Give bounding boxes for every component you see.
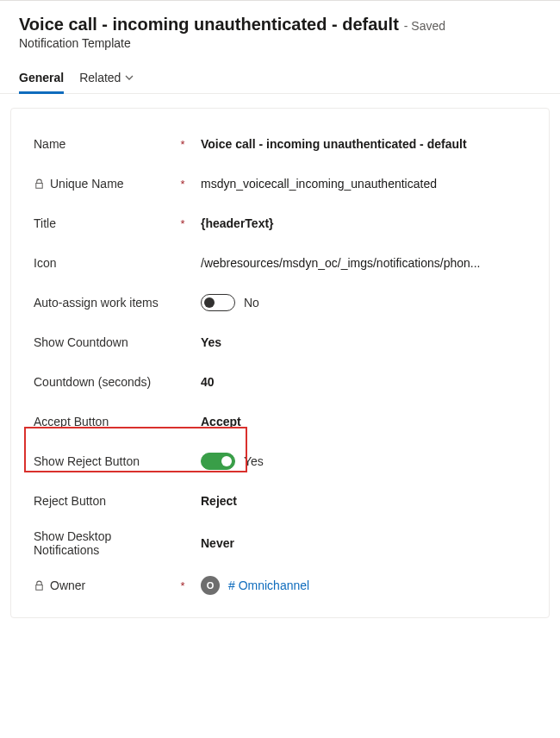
lock-icon: [34, 178, 45, 190]
tab-list: General Related: [0, 66, 560, 94]
row-countdown[interactable]: Countdown (seconds) 40: [34, 362, 526, 402]
page-subtitle: Notification Template: [19, 36, 541, 50]
row-auto-assign: Auto-assign work items No: [34, 283, 526, 322]
value-unique-name-text: msdyn_voicecall_incoming_unauthenticated: [201, 177, 437, 191]
label-show-reject-text: Show Reject Button: [34, 454, 140, 468]
label-unique-name: Unique Name *: [34, 177, 194, 191]
required-marker: *: [178, 178, 187, 191]
lock-icon: [34, 580, 45, 591]
value-icon[interactable]: /webresources/msdyn_oc/_imgs/notificatio…: [194, 256, 526, 270]
label-accept-button: Accept Button: [34, 415, 194, 428]
value-owner[interactable]: O # Omnichannel: [194, 576, 526, 595]
value-show-desktop[interactable]: Never: [194, 536, 526, 550]
value-accept-button-text: Accept: [201, 415, 241, 428]
toggle-auto-assign[interactable]: [201, 294, 235, 311]
tab-related-label: Related: [79, 71, 121, 84]
row-show-reject: Show Reject Button Yes: [34, 441, 526, 481]
required-marker: *: [178, 579, 187, 592]
toggle-show-reject-label: Yes: [244, 454, 264, 468]
value-countdown-text: 40: [201, 375, 215, 389]
title-row: Voice call - incoming unauthenticated - …: [19, 15, 541, 34]
row-show-countdown[interactable]: Show Countdown Yes: [34, 322, 526, 362]
row-reject-button[interactable]: Reject Button Reject: [34, 481, 526, 521]
label-owner-text: Owner: [50, 579, 85, 592]
value-icon-text: /webresources/msdyn_oc/_imgs/notificatio…: [201, 256, 481, 270]
label-countdown-text: Countdown (seconds): [34, 375, 151, 389]
label-auto-assign: Auto-assign work items: [34, 296, 194, 310]
label-accept-button-text: Accept Button: [34, 415, 109, 428]
value-auto-assign: No: [194, 294, 526, 311]
value-title-text: {headerText}: [201, 216, 274, 230]
value-show-countdown[interactable]: Yes: [194, 335, 526, 349]
value-show-reject: Yes: [194, 453, 526, 470]
page-header: Voice call - incoming unauthenticated - …: [0, 1, 560, 50]
label-show-countdown-text: Show Countdown: [34, 335, 128, 349]
value-name-text: Voice call - incoming unauthenticated - …: [201, 137, 467, 151]
required-marker: *: [178, 217, 187, 230]
label-countdown: Countdown (seconds): [34, 375, 194, 389]
required-marker: *: [178, 138, 187, 151]
value-countdown[interactable]: 40: [194, 375, 526, 389]
value-unique-name: msdyn_voicecall_incoming_unauthenticated: [194, 177, 526, 191]
tab-related[interactable]: Related: [79, 66, 134, 94]
label-title-text: Title: [34, 216, 56, 230]
saved-status: - Saved: [404, 19, 445, 33]
row-owner[interactable]: Owner * O # Omnichannel: [34, 566, 526, 605]
label-reject-button: Reject Button: [34, 494, 194, 508]
value-accept-button[interactable]: Accept: [194, 415, 526, 428]
row-show-desktop[interactable]: Show Desktop Notifications Never: [34, 521, 526, 566]
label-icon: Icon: [34, 256, 194, 270]
toggle-show-reject[interactable]: [201, 453, 235, 470]
label-show-desktop: Show Desktop Notifications: [34, 529, 194, 557]
value-reject-button-text: Reject: [201, 494, 237, 508]
row-name[interactable]: Name * Voice call - incoming unauthentic…: [34, 124, 526, 164]
form-card: Name * Voice call - incoming unauthentic…: [10, 108, 550, 618]
value-show-countdown-text: Yes: [201, 335, 221, 349]
row-icon[interactable]: Icon /webresources/msdyn_oc/_imgs/notifi…: [34, 243, 526, 283]
value-reject-button[interactable]: Reject: [194, 494, 526, 508]
row-accept-button[interactable]: Accept Button Accept: [34, 402, 526, 441]
tab-general[interactable]: General: [19, 66, 64, 94]
row-title[interactable]: Title * {headerText}: [34, 203, 526, 243]
value-show-desktop-text: Never: [201, 536, 234, 550]
label-icon-text: Icon: [34, 256, 56, 270]
row-unique-name[interactable]: Unique Name * msdyn_voicecall_incoming_u…: [34, 164, 526, 203]
label-auto-assign-text: Auto-assign work items: [34, 296, 159, 310]
page-container: Voice call - incoming unauthenticated - …: [0, 0, 560, 738]
label-unique-name-text: Unique Name: [50, 177, 124, 191]
label-name: Name *: [34, 137, 194, 151]
toggle-auto-assign-label: No: [244, 296, 259, 310]
label-name-text: Name: [34, 137, 65, 151]
label-show-desktop-text: Show Desktop Notifications: [34, 529, 173, 557]
page-title: Voice call - incoming unauthenticated - …: [19, 15, 399, 34]
tab-general-label: General: [19, 71, 64, 84]
label-show-countdown: Show Countdown: [34, 335, 194, 349]
label-show-reject: Show Reject Button: [34, 454, 194, 468]
value-title[interactable]: {headerText}: [194, 216, 526, 230]
value-name[interactable]: Voice call - incoming unauthenticated - …: [194, 137, 526, 151]
owner-link[interactable]: # Omnichannel: [228, 579, 309, 592]
label-owner: Owner *: [34, 579, 194, 592]
avatar: O: [201, 576, 220, 595]
label-title: Title *: [34, 216, 194, 230]
chevron-down-icon: [124, 72, 134, 83]
label-reject-button-text: Reject Button: [34, 494, 106, 508]
